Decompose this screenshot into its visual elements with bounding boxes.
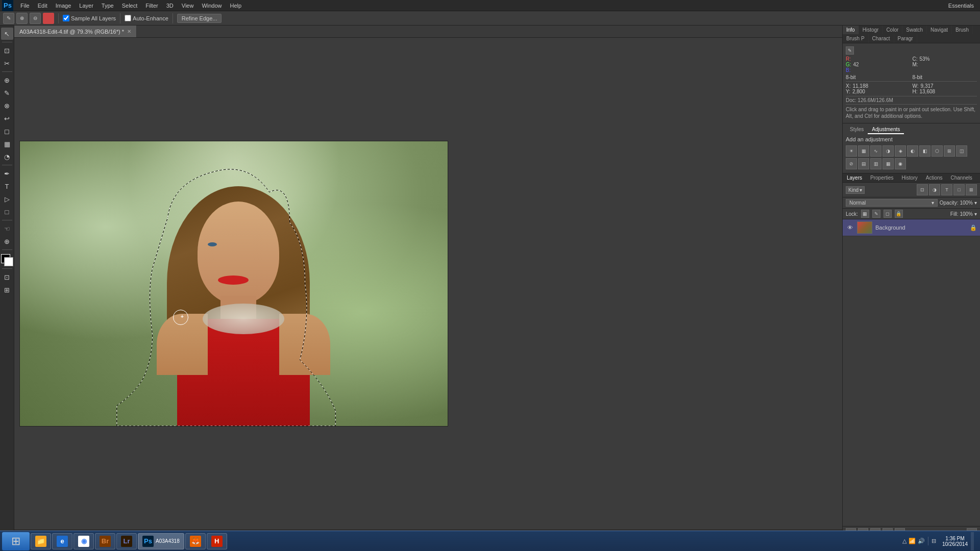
layer-visibility-icon[interactable]: 👁 xyxy=(846,223,854,232)
tab-paragraph[interactable]: Paragr xyxy=(894,34,917,43)
tool-eyedropper[interactable]: ✂ xyxy=(1,57,13,69)
tab-histogram[interactable]: Histogr xyxy=(859,26,883,34)
tab-info[interactable]: Info xyxy=(843,26,859,34)
lock-position-icon[interactable]: ✎ xyxy=(872,210,880,218)
menu-edit[interactable]: Edit xyxy=(34,2,52,10)
search-kind-dropdown[interactable]: Kind ▾ xyxy=(846,186,865,194)
adj-brightness-icon[interactable]: ☀ xyxy=(846,145,857,157)
tool-brush-2[interactable]: ⊕ xyxy=(16,13,28,24)
adj-levels-icon[interactable]: ▦ xyxy=(858,145,869,157)
taskbar-explorer[interactable]: 📁 xyxy=(31,533,51,549)
adj-hue-icon[interactable]: ◐ xyxy=(907,145,918,157)
close-tab-icon[interactable]: ✕ xyxy=(127,29,131,34)
tab-brush-presets[interactable]: Brush P xyxy=(843,34,869,43)
tool-brush-1[interactable]: ✎ xyxy=(3,13,14,24)
adj-selective-color-icon[interactable]: ◉ xyxy=(895,158,906,169)
menu-help[interactable]: Help xyxy=(226,2,246,10)
taskbar-bridge[interactable]: Br xyxy=(95,533,115,549)
tab-navigator[interactable]: Navigat xyxy=(927,26,952,34)
menu-window[interactable]: Window xyxy=(198,2,226,10)
tab-layers[interactable]: Layers xyxy=(843,173,866,182)
menu-layer[interactable]: Layer xyxy=(75,2,97,10)
menu-view[interactable]: View xyxy=(178,2,198,10)
taskbar-hype[interactable]: H xyxy=(207,533,227,549)
tool-dodge[interactable]: ◔ xyxy=(1,151,13,163)
tool-quick-mask[interactable]: ⊡ xyxy=(1,271,13,283)
tool-screen-mode[interactable]: ⊞ xyxy=(1,284,13,296)
opacity-control[interactable]: Opacity: 100% ▾ xyxy=(940,200,977,206)
tool-gradient[interactable]: ▦ xyxy=(1,138,13,150)
fill-control[interactable]: Fill: 100% ▾ xyxy=(950,211,977,217)
tab-paths[interactable]: Paths xyxy=(976,173,980,182)
tab-adjustments[interactable]: Adjustments xyxy=(868,126,904,134)
tool-type[interactable]: T xyxy=(1,180,13,192)
tool-shape[interactable]: □ xyxy=(1,206,13,218)
menu-3d[interactable]: 3D xyxy=(162,2,178,10)
taskbar-ie[interactable]: e xyxy=(52,533,72,549)
tab-channels[interactable]: Channels xyxy=(947,173,976,182)
tool-eraser[interactable]: ◻ xyxy=(1,125,13,137)
tool-brush-3[interactable]: ⊖ xyxy=(30,13,41,24)
tab-swatches[interactable]: Swatch xyxy=(902,26,927,34)
adj-exposure-icon[interactable]: ◑ xyxy=(883,145,894,157)
lock-artboards-icon[interactable]: ◻ xyxy=(884,210,892,218)
tab-history[interactable]: History xyxy=(898,173,922,182)
tool-spot-healing[interactable]: ⊕ xyxy=(1,74,13,86)
tool-brush[interactable]: ✎ xyxy=(1,87,13,99)
refine-edge-button[interactable]: Refine Edge... xyxy=(177,14,222,23)
adj-color-lookup-icon[interactable]: ◫ xyxy=(956,145,967,157)
tool-color[interactable] xyxy=(43,13,54,24)
filter-smart-icon[interactable]: ⊞ xyxy=(966,184,977,195)
canvas-container[interactable]: + xyxy=(14,38,842,530)
eyedropper-icon[interactable]: ✎ xyxy=(846,46,854,55)
lock-pixels-icon[interactable]: ▦ xyxy=(861,210,869,218)
tool-pen[interactable]: ✒ xyxy=(1,167,13,180)
photo-canvas[interactable]: + xyxy=(19,141,448,427)
adj-curves-icon[interactable]: ∿ xyxy=(870,145,881,157)
tool-hand[interactable]: ☜ xyxy=(1,222,13,235)
auto-enhance-checkbox[interactable]: Auto-Enhance xyxy=(125,15,168,21)
filter-type-icon[interactable]: T xyxy=(941,184,952,195)
show-desktop-button[interactable] xyxy=(971,532,974,550)
taskbar-photoshop[interactable]: Ps A03A4318 xyxy=(138,533,184,549)
tool-path-select[interactable]: ▷ xyxy=(1,193,13,205)
taskbar-firefox[interactable]: 🦊 xyxy=(185,533,206,549)
filter-pixel-icon[interactable]: ⊡ xyxy=(917,184,928,195)
layer-row-background[interactable]: 👁 Background 🔒 xyxy=(843,219,980,236)
tab-actions[interactable]: Actions xyxy=(922,173,947,182)
tool-clone[interactable]: ⊗ xyxy=(1,99,13,112)
tool-crop[interactable]: ⊡ xyxy=(1,44,13,57)
menu-image[interactable]: Image xyxy=(52,2,76,10)
adj-bw-icon[interactable]: ◧ xyxy=(919,145,930,157)
adj-threshold-icon[interactable]: ▥ xyxy=(870,158,881,169)
sample-all-layers-checkbox[interactable]: Sample All Layers xyxy=(63,15,116,21)
menu-select[interactable]: Select xyxy=(118,2,142,10)
filter-shape-icon[interactable]: □ xyxy=(953,184,965,195)
tab-styles[interactable]: Styles xyxy=(846,126,868,134)
taskbar-lightroom[interactable]: Lr xyxy=(116,533,137,549)
tab-properties[interactable]: Properties xyxy=(866,173,898,182)
lock-all-icon[interactable]: 🔒 xyxy=(895,210,903,218)
tab-character[interactable]: Charact xyxy=(869,34,894,43)
tab-brush[interactable]: Brush xyxy=(952,26,973,34)
adj-vibrance-icon[interactable]: ◈ xyxy=(895,145,906,157)
taskbar-chrome[interactable]: ◉ xyxy=(74,533,94,549)
adj-invert-icon[interactable]: ⊘ xyxy=(846,158,857,169)
menu-file[interactable]: File xyxy=(16,2,34,10)
blend-mode-dropdown[interactable]: Normal ▾ xyxy=(846,199,938,207)
adj-photo-filter-icon[interactable]: ⬡ xyxy=(932,145,943,157)
menu-filter[interactable]: Filter xyxy=(141,2,162,10)
adj-gradient-map-icon[interactable]: ▦ xyxy=(883,158,894,169)
workspace-label[interactable]: Essentials xyxy=(948,3,978,9)
tool-zoom[interactable]: ⊕ xyxy=(1,235,13,247)
tool-selection[interactable]: ↖ xyxy=(1,28,13,40)
start-button[interactable]: ⊞ xyxy=(2,532,30,550)
tool-history-brush[interactable]: ↩ xyxy=(1,112,13,124)
tab-color[interactable]: Color xyxy=(883,26,902,34)
background-color[interactable] xyxy=(4,257,13,266)
document-tab[interactable]: A03A4318-Edit-4.tif @ 79.3% (RGB/16*) * … xyxy=(14,26,137,37)
adj-posterize-icon[interactable]: ▤ xyxy=(858,158,869,169)
adj-channel-mixer-icon[interactable]: ⊞ xyxy=(944,145,955,157)
filter-adjust-icon[interactable]: ◑ xyxy=(929,184,940,195)
menu-type[interactable]: Type xyxy=(97,2,118,10)
